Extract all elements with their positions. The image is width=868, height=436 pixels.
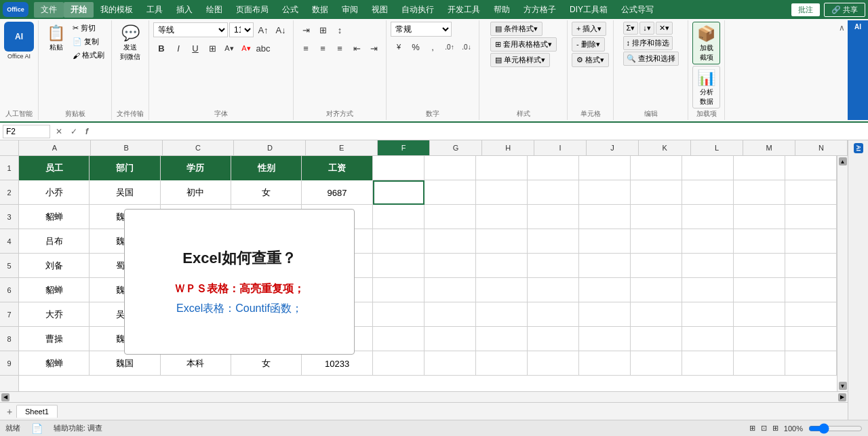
align-left-button[interactable]: ≡ [298,40,314,56]
cell-N1[interactable] [785,156,837,180]
scroll-left-button[interactable]: ◀ [1,393,9,401]
delete-cell-button[interactable]: - 删除▾ [572,37,605,52]
cell-B9[interactable]: 魏国 [90,351,160,376]
cell-J1[interactable] [579,156,631,180]
cell-M1[interactable] [734,156,785,180]
comma-button[interactable]: , [425,39,441,55]
paste-button[interactable]: 📋 粘贴 [43,22,69,54]
cell-H1[interactable] [476,156,528,180]
col-header-D[interactable]: D [234,140,306,155]
page-icon[interactable]: 📄 [31,423,43,434]
decrease-font-size-button[interactable]: A↓ [273,22,289,38]
cell-K7[interactable] [631,302,682,327]
cell-I7[interactable] [528,302,579,327]
cell-I1[interactable] [528,156,579,180]
cell-F7[interactable] [373,302,425,327]
cell-G7[interactable] [425,302,476,327]
menu-tab-formulas[interactable]: 公式 [275,2,305,18]
col-header-L[interactable]: L [691,140,743,155]
col-header-G[interactable]: G [430,140,482,155]
cell-I6[interactable] [528,278,579,302]
menu-tab-review[interactable]: 审阅 [335,2,365,18]
col-header-N[interactable]: N [795,140,848,155]
indent-decrease-button[interactable]: ⇤ [349,40,365,56]
align-center-button[interactable]: ≡ [315,40,331,56]
clear-button[interactable]: ✕▾ [656,22,673,35]
cell-B2[interactable]: 吴国 [90,180,160,205]
cell-G6[interactable] [425,278,476,302]
menu-tab-data[interactable]: 数据 [305,2,335,18]
cell-B1[interactable]: 部门 [90,156,160,180]
copy-button[interactable]: 📄复制 [70,35,107,48]
cell-M3[interactable] [734,205,785,229]
cell-A9[interactable]: 貂蝉 [19,351,90,376]
horizontal-scrollbar[interactable]: ◀ ▶ [0,391,848,402]
cell-M5[interactable] [734,254,785,278]
cell-H8[interactable] [476,327,528,351]
menu-tab-view[interactable]: 视图 [365,2,395,18]
share-button[interactable]: 🔗 共享 [824,3,865,17]
italic-button[interactable]: I [170,40,186,56]
cell-G2[interactable] [425,180,476,205]
cell-I2[interactable] [528,180,579,205]
col-header-B[interactable]: B [91,140,163,155]
cell-K8[interactable] [631,327,682,351]
cell-L1[interactable] [682,156,734,180]
page-layout-view-button[interactable]: ⊡ [761,424,767,433]
zoom-slider[interactable] [808,423,863,434]
cell-N4[interactable] [785,229,837,254]
font-color-button[interactable]: A▾ [238,40,254,56]
cell-H2[interactable] [476,180,528,205]
cell-K6[interactable] [631,278,682,302]
cell-L9[interactable] [682,351,734,376]
cell-N3[interactable] [785,205,837,229]
cell-H4[interactable] [476,229,528,254]
row-header-9[interactable]: 9 [0,351,18,376]
confirm-formula-button[interactable]: ✓ [68,127,80,136]
cell-I5[interactable] [528,254,579,278]
cell-M8[interactable] [734,327,785,351]
cell-L5[interactable] [682,254,734,278]
cell-J5[interactable] [579,254,631,278]
cell-F3[interactable] [373,205,425,229]
cell-I4[interactable] [528,229,579,254]
cell-C2[interactable]: 初中 [161,180,231,205]
cell-I8[interactable] [528,327,579,351]
cell-C9[interactable]: 本科 [161,351,231,376]
sum-button[interactable]: Σ▾ [623,22,639,35]
add-sheet-button[interactable]: + [3,405,16,418]
cell-L4[interactable] [682,229,734,254]
col-header-J[interactable]: J [587,140,639,155]
cell-A1[interactable]: 员工 [19,156,90,180]
scroll-down-button[interactable]: ▼ [839,382,847,390]
cell-K5[interactable] [631,254,682,278]
row-header-6[interactable]: 6 [0,278,18,302]
cell-G4[interactable] [425,229,476,254]
menu-tab-pagelayout[interactable]: 页面布局 [229,2,275,18]
cell-K1[interactable] [631,156,682,180]
scroll-track-vertical[interactable] [837,167,848,380]
increase-decimal-button[interactable]: .0↑ [441,39,458,55]
cell-F4[interactable] [373,229,425,254]
cell-E2[interactable]: 9687 [302,180,372,205]
currency-button[interactable]: ¥ [391,39,407,55]
font-size-select[interactable]: 11 [229,22,254,37]
decrease-decimal-button[interactable]: .0↓ [458,39,475,55]
cell-N8[interactable] [785,327,837,351]
conditional-format-button[interactable]: ▤ 条件格式▾ [490,22,542,36]
cell-E1[interactable]: 工资 [302,156,372,180]
insert-cell-button[interactable]: + 插入▾ [572,22,606,36]
send-wechat-button[interactable]: 💬 发送到微信 [116,22,144,63]
cell-A2[interactable]: 小乔 [19,180,90,205]
cell-E9[interactable]: 10233 [302,351,372,376]
row-header-4[interactable]: 4 [0,229,18,254]
border-button[interactable]: ⊞ [204,40,220,56]
cancel-formula-button[interactable]: ✕ [53,127,65,136]
row-header-1[interactable]: 1 [0,156,18,180]
cell-J9[interactable] [579,351,631,376]
cell-K3[interactable] [631,205,682,229]
cell-I9[interactable] [528,351,579,376]
cell-F2[interactable] [373,180,425,205]
menu-tab-file[interactable]: 文件 [34,2,64,18]
fill-button[interactable]: ↓▾ [639,22,654,35]
